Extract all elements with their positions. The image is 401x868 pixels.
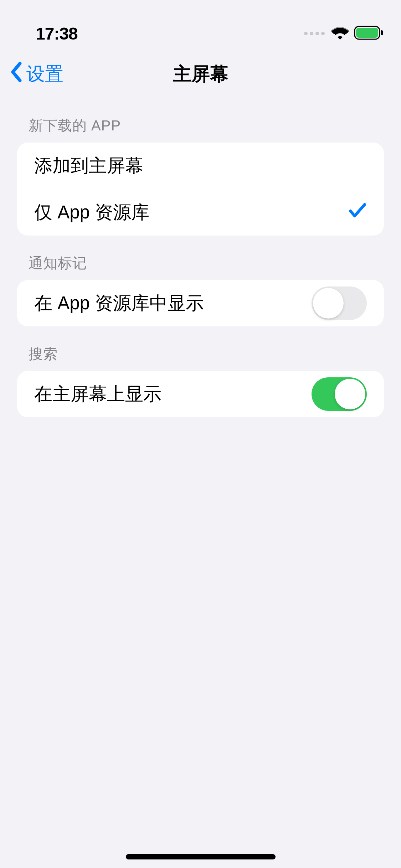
group-search: 在主屏幕上显示 bbox=[17, 371, 384, 417]
svg-rect-2 bbox=[381, 30, 383, 35]
status-bar: 17:38 bbox=[0, 0, 401, 50]
row-show-in-library: 在 App 资源库中显示 bbox=[17, 280, 384, 326]
svg-rect-1 bbox=[356, 28, 378, 38]
option-label: 仅 App 资源库 bbox=[34, 200, 149, 225]
row-show-on-home: 在主屏幕上显示 bbox=[17, 371, 384, 417]
back-button[interactable]: 设置 bbox=[10, 61, 63, 87]
switch-knob bbox=[313, 288, 344, 319]
row-label: 在 App 资源库中显示 bbox=[34, 291, 204, 316]
group-badges: 在 App 资源库中显示 bbox=[17, 280, 384, 326]
back-label: 设置 bbox=[26, 62, 63, 87]
wifi-icon bbox=[331, 26, 349, 41]
content: 新下载的 APP 添加到主屏幕 仅 App 资源库 通知标记 在 App 资源库… bbox=[0, 98, 401, 417]
chevron-left-icon bbox=[10, 61, 23, 87]
status-icons bbox=[304, 26, 383, 41]
status-time: 17:38 bbox=[36, 24, 78, 43]
toggle-show-on-home[interactable] bbox=[312, 377, 367, 411]
option-add-to-home[interactable]: 添加到主屏幕 bbox=[17, 143, 384, 189]
section-header-new-apps: 新下载的 APP bbox=[17, 98, 384, 143]
group-new-apps: 添加到主屏幕 仅 App 资源库 bbox=[17, 143, 384, 236]
checkmark-icon bbox=[348, 202, 367, 223]
page-title: 主屏幕 bbox=[173, 62, 228, 87]
section-header-search: 搜索 bbox=[17, 326, 384, 371]
signal-dots-icon bbox=[304, 32, 325, 35]
option-app-library-only[interactable]: 仅 App 资源库 bbox=[17, 189, 384, 236]
switch-knob bbox=[335, 379, 365, 409]
toggle-show-in-library[interactable] bbox=[312, 286, 367, 320]
option-label: 添加到主屏幕 bbox=[34, 154, 143, 178]
battery-icon bbox=[354, 26, 383, 41]
nav-bar: 设置 主屏幕 bbox=[0, 50, 401, 98]
home-indicator[interactable] bbox=[126, 854, 276, 859]
row-label: 在主屏幕上显示 bbox=[34, 382, 161, 407]
section-header-badges: 通知标记 bbox=[17, 236, 384, 280]
